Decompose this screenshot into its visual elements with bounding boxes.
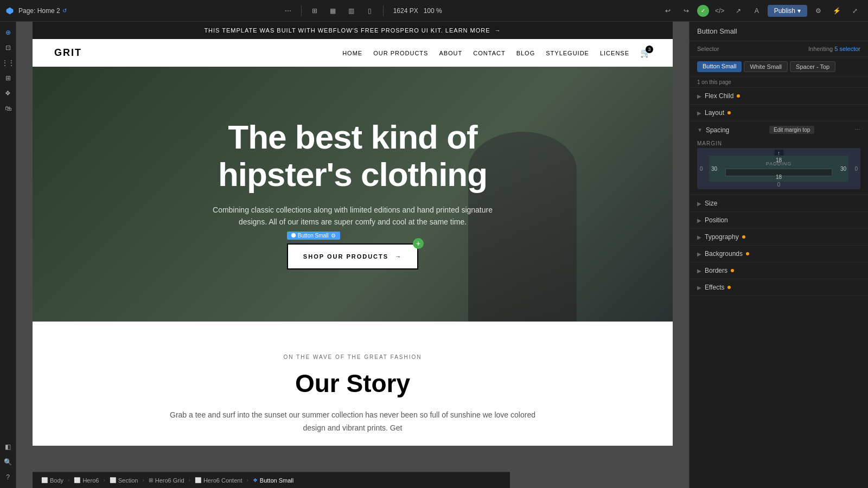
site-nav: GRIT HOME OUR PRODUCTS ABOUT CONTACT BLO… [33,39,673,67]
bottom-breadcrumb-bar: ⬜ Body › ⬜ Hero6 › ⬜ Section › ⊞ Hero6 G… [33,472,510,488]
nav-products[interactable]: OUR PRODUCTS [373,50,428,56]
share-btn[interactable]: ↗ [731,3,746,18]
effects-section: ▶ Effects [690,279,868,296]
margin-left-val: 0 [700,166,703,172]
chevron-right-typography: ▶ [697,234,701,240]
interactions-btn[interactable]: ⚡ [829,3,844,18]
hero-subtitle: Combining classic collections along with… [201,204,505,228]
btn-settings-icon[interactable]: ⚙ [331,233,336,239]
webflow-logo[interactable] [5,7,14,15]
cart-icon[interactable]: 🛒 3 [640,48,651,59]
divider [301,5,302,16]
selector-tag-spacer-top[interactable]: Spacer - Top [790,61,835,72]
selector-tag-button-small[interactable]: Button Small [697,61,742,72]
page-label: Page: Home 2 ↺ [18,7,67,15]
right-panel-header: Button Small [690,22,868,41]
selector-inherit[interactable]: Inheriting 5 selector [808,46,860,52]
website-preview: THIS TEMPLATE WAS BUILT WITH WEBFLOW'S F… [33,22,673,446]
component-icon: ❖ [253,477,258,483]
breadcrumb-section[interactable]: ⬜ Section [105,472,143,488]
backgrounds-header[interactable]: ▶ Backgrounds [690,246,868,262]
breadcrumb-body[interactable]: ⬜ Body [37,472,68,488]
section-icon-1: ⬜ [74,477,80,483]
settings-btn[interactable]: ⚙ [810,3,826,18]
sidebar-components-icon[interactable]: ❖ [2,87,15,100]
sidebar-assets-icon[interactable]: ⊞ [2,72,15,85]
grid-view-large-btn[interactable]: ▥ [344,3,359,18]
sidebar-layers-icon[interactable]: ◧ [2,440,15,453]
chevron-right-size: ▶ [697,201,701,207]
margin-label: MARGIN [697,140,860,146]
backgrounds-section: ▶ Backgrounds [690,246,868,262]
add-element-btn[interactable]: + [413,238,424,249]
undo-btn[interactable]: ↩ [660,3,675,18]
typography-header[interactable]: ▶ Typography [690,229,868,245]
margin-bottom-val: 0 [777,182,781,188]
grid-view-small-btn[interactable]: ⊞ [307,3,322,18]
reload-icon[interactable]: ↺ [62,8,67,14]
size-title: ▶ Size [697,200,717,207]
divider2 [383,5,384,16]
nav-home[interactable]: HOME [342,50,362,56]
canvas-scroll[interactable]: THIS TEMPLATE WAS BUILT WITH WEBFLOW'S F… [16,22,689,488]
nav-license[interactable]: LICENSE [600,50,629,56]
position-header[interactable]: ▶ Position [690,212,868,228]
borders-title: ▶ Borders [697,267,734,274]
hero-title: The best kind of hipster's clothing [218,119,487,192]
publish-btn[interactable]: Publish ▾ [768,5,807,17]
promo-arrow: → [495,27,501,34]
nav-about[interactable]: ABOUT [439,50,462,56]
right-panel-scroll[interactable]: Selector Inheriting 5 selector Button Sm… [690,41,868,488]
breadcrumb-hero6[interactable]: ⬜ Hero6 [69,472,103,488]
spacing-header[interactable]: ▼ Spacing Edit margin top ⋯ [690,121,868,138]
sidebar-pages-icon[interactable]: ⊡ [2,41,15,54]
breadcrumb-button-small[interactable]: ❖ Button Small [248,472,298,488]
pad-right-val: 30 [840,166,846,172]
layout-dot [727,111,731,114]
code-btn[interactable]: </> [712,3,727,18]
more-options-btn[interactable]: ⋯ [280,3,296,18]
pad-top-val: 18 [776,157,782,163]
shop-products-btn[interactable]: SHOP OUR PRODUCTS → [287,243,418,269]
dimension-display: 1624 PX 100 % [389,7,446,15]
sidebar-navigator-icon[interactable]: ⊕ [2,26,15,39]
margin-box: ↑ 0 0 0 PADDING 18 30 [697,148,860,189]
breadcrumb-hero6-content[interactable]: ⬜ Hero6 Content [190,472,247,488]
hero-content: The best kind of hipster's clothing Comb… [33,67,673,322]
sidebar-help-icon[interactable]: ? [2,471,15,484]
selector-label: Selector [697,46,719,52]
breadcrumb-hero6-grid[interactable]: ⊞ Hero6 Grid [144,472,189,488]
layout-header[interactable]: ▶ Layout [690,105,868,121]
story-title: Our Story [54,369,651,398]
nav-blog[interactable]: BLOG [516,50,535,56]
effects-title: ▶ Effects [697,284,731,291]
grid-view-medium-btn[interactable]: ▦ [326,3,341,18]
nav-contact[interactable]: CONTACT [473,50,505,56]
effects-header[interactable]: ▶ Effects [690,279,868,296]
chevron-right-effects: ▶ [697,285,701,291]
typography-title: ▶ Typography [697,233,745,241]
chevron-right-icon: ▶ [697,93,701,99]
responsive-btn[interactable]: ▯ [362,3,378,18]
flex-child-header[interactable]: ▶ Flex Child [690,88,868,104]
flex-child-section: ▶ Flex Child [690,88,868,105]
btn-label-text: Button Small [298,233,329,239]
font-btn[interactable]: A [749,3,764,18]
redo-btn[interactable]: ↪ [679,3,694,18]
sidebar-cms-icon[interactable]: ⋮⋮ [2,56,15,69]
selector-tag-white-small[interactable]: White Small [744,61,788,72]
status-indicator: ✓ [697,5,709,17]
cart-badge: 3 [646,46,653,53]
pad-left-val: 30 [711,166,717,172]
borders-header[interactable]: ▶ Borders [690,262,868,279]
expand-btn[interactable]: ⤢ [847,3,863,18]
sidebar-search-icon[interactable]: 🔍 [2,455,15,468]
spacing-options-icon[interactable]: ⋯ [854,126,860,133]
backgrounds-dot [746,252,749,255]
promo-bar: THIS TEMPLATE WAS BUILT WITH WEBFLOW'S F… [33,22,673,39]
sidebar-ecommerce-icon[interactable]: 🛍 [2,102,15,115]
chevron-right-icon-2: ▶ [697,110,701,116]
chevron-right-backgrounds: ▶ [697,251,701,257]
nav-styleguide[interactable]: STYLEGUIDE [546,50,589,56]
size-header[interactable]: ▶ Size [690,195,868,211]
